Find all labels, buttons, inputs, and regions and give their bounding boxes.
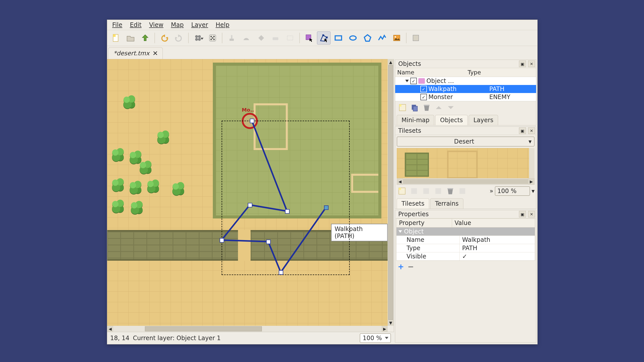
insert-polygon-icon[interactable] — [361, 31, 374, 44]
svg-rect-27 — [413, 106, 417, 111]
tree-item-name: Walkpath — [428, 85, 457, 93]
svg-rect-12 — [230, 39, 234, 41]
visibility-checkbox[interactable]: ✓ — [420, 86, 427, 92]
tree-row-monster[interactable]: ✓ Monster ENEMY — [395, 93, 536, 101]
polyline-vertex-handle[interactable] — [279, 270, 283, 275]
svg-point-20 — [350, 36, 356, 40]
trash-icon[interactable] — [445, 186, 456, 196]
random-icon[interactable] — [206, 31, 219, 44]
svg-point-10 — [211, 39, 212, 40]
new-layer-icon[interactable] — [397, 103, 408, 112]
tileset-select[interactable]: Desert ▾ — [397, 137, 535, 147]
menu-map[interactable]: Map — [168, 20, 187, 30]
duplicate-icon[interactable] — [409, 103, 420, 112]
tab-terrains[interactable]: Terrains — [430, 198, 463, 209]
prop-value[interactable]: PATH — [460, 244, 535, 252]
svg-rect-19 — [335, 36, 342, 40]
save-file-icon[interactable] — [138, 31, 152, 44]
chevron-down-icon[interactable] — [405, 80, 409, 82]
prop-col-property: Property — [396, 219, 452, 227]
canvas-vertical-scrollbar[interactable]: ▴ ▾ — [388, 59, 394, 326]
svg-point-8 — [213, 36, 215, 37]
open-file-icon[interactable] — [124, 31, 137, 44]
rename-tileset-icon — [433, 186, 444, 196]
panel-detach-icon[interactable]: ▣ — [519, 61, 526, 67]
panel-properties-title: Properties — [398, 211, 517, 218]
polyline-vertex-handle[interactable] — [285, 209, 290, 214]
close-icon[interactable]: ✕ — [152, 50, 158, 57]
select-objects-icon[interactable] — [302, 31, 316, 44]
selection-rectangle[interactable] — [222, 121, 350, 275]
prop-row[interactable]: Visible ✓ — [396, 252, 535, 260]
tileset-horizontal-scrollbar[interactable]: ◂ ▸ — [397, 178, 535, 185]
properties-actions: + − — [395, 261, 536, 273]
objects-mini-toolbar — [395, 101, 536, 114]
svg-rect-25 — [399, 104, 401, 107]
panel-close-icon[interactable]: ✕ — [528, 211, 535, 217]
app-window: File Edit View Map Layer Help *desert.tm… — [107, 20, 538, 344]
tab-tilesets[interactable]: Tilesets — [397, 198, 429, 209]
view-options-icon[interactable] — [409, 31, 423, 44]
insert-polyline-icon[interactable] — [375, 31, 389, 44]
tab-layers[interactable]: Layers — [469, 115, 498, 125]
tab-objects[interactable]: Objects — [435, 115, 468, 125]
panel-properties: Properties ▣ ✕ Property Value Object Nam… — [395, 210, 536, 343]
tree-row-walkpath[interactable]: ✓ Walkpath PATH — [395, 85, 536, 93]
add-property-icon[interactable]: + — [398, 262, 404, 271]
edit-polygons-icon[interactable] — [317, 31, 331, 44]
menu-edit[interactable]: Edit — [126, 20, 145, 30]
svg-rect-18 — [326, 36, 328, 38]
insert-image-icon[interactable] — [390, 31, 404, 44]
map-canvas[interactable]: Mo.. Walkpath (PATH) — [107, 59, 388, 326]
insert-rectangle-icon[interactable] — [332, 31, 345, 44]
zoom-select[interactable]: 100 % — [360, 333, 391, 343]
svg-rect-31 — [411, 188, 417, 194]
polyline-vertex-handle[interactable] — [266, 240, 271, 244]
insert-ellipse-icon[interactable] — [346, 31, 360, 44]
trash-icon[interactable] — [421, 103, 432, 112]
visibility-checkbox[interactable]: ✓ — [420, 94, 427, 100]
remove-property-icon[interactable]: − — [408, 262, 414, 271]
polyline-vertex-handle[interactable] — [324, 205, 329, 210]
tree-row-layer[interactable]: ✓ Object … — [395, 77, 536, 85]
toolbar — [107, 30, 537, 46]
svg-rect-34 — [448, 188, 453, 189]
polyline-vertex-handle[interactable] — [248, 203, 252, 207]
panel-detach-icon[interactable]: ▣ — [519, 127, 526, 134]
panel-close-icon[interactable]: ✕ — [528, 61, 535, 67]
undo-icon[interactable] — [157, 31, 171, 44]
new-tileset-icon[interactable] — [397, 186, 407, 196]
panel-objects: Objects ▣ ✕ Name Type ✓ Object … — [395, 60, 536, 125]
panel-close-icon[interactable]: ✕ — [528, 127, 535, 134]
menu-layer[interactable]: Layer — [188, 20, 212, 30]
tab-minimap[interactable]: Mini-map — [397, 115, 434, 125]
new-file-icon[interactable] — [109, 31, 123, 44]
tileset-zoom[interactable]: 100 % — [495, 186, 530, 196]
document-tab[interactable]: *desert.tmx ✕ — [108, 47, 163, 59]
visibility-checkbox[interactable]: ✓ — [410, 78, 417, 84]
command-icon[interactable] — [191, 31, 205, 44]
menu-help[interactable]: Help — [212, 20, 233, 30]
chevron-down-icon[interactable]: ▾ — [532, 188, 535, 195]
objects-panel-tabs: Mini-map Objects Layers — [395, 114, 536, 125]
menu-view[interactable]: View — [146, 20, 167, 30]
prop-value[interactable]: Walkpath — [460, 236, 535, 244]
map-canvas-frame: Mo.. Walkpath (PATH) ▴ ▾ ◂ ▸ — [107, 59, 394, 332]
tileset-vertical-scrollbar[interactable] — [529, 148, 535, 178]
edit-tileset-icon — [457, 186, 468, 196]
prop-value[interactable]: ✓ — [460, 252, 535, 260]
menu-file[interactable]: File — [109, 20, 126, 30]
prop-group-label: Object — [404, 228, 424, 235]
redo-icon — [172, 31, 186, 44]
tileset-canvas[interactable] — [397, 148, 535, 178]
prop-group-object[interactable]: Object — [396, 228, 535, 236]
more-icon[interactable]: » — [490, 188, 493, 195]
polyline-vertex-handle[interactable] — [250, 119, 254, 123]
prop-row[interactable]: Name Walkpath — [396, 236, 535, 244]
polyline-vertex-handle[interactable] — [220, 238, 224, 243]
canvas-horizontal-scrollbar[interactable]: ◂ ▸ — [107, 326, 388, 332]
svg-rect-33 — [435, 188, 441, 194]
prop-row[interactable]: Type PATH — [396, 244, 535, 252]
panel-tilesets: Tilesets ▣ ✕ Desert ▾ ◂ ▸ — [395, 126, 536, 209]
panel-detach-icon[interactable]: ▣ — [519, 211, 526, 217]
